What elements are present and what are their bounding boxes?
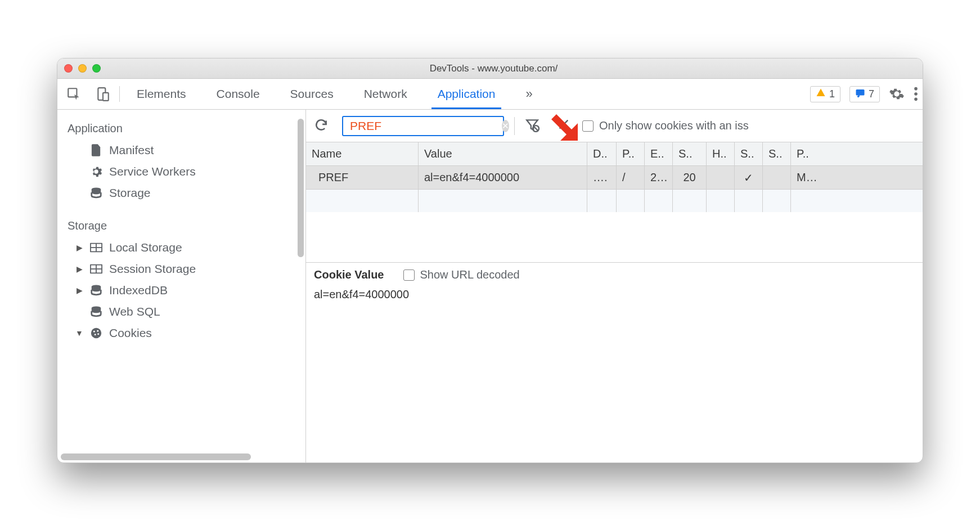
messages-count: 7 (869, 88, 874, 100)
more-tabs-icon[interactable]: » (520, 87, 538, 101)
svg-point-24 (97, 333, 99, 335)
database-icon (89, 306, 104, 318)
sidebar-item-label: Manifest (109, 143, 154, 157)
only-issues-label: Only show cookies with an iss (599, 119, 749, 132)
separator (119, 86, 120, 102)
col-value[interactable]: Value (419, 142, 587, 165)
sidebar-item-indexeddb[interactable]: ▶ IndexedDB (57, 280, 305, 301)
col-name[interactable]: Name (306, 142, 419, 165)
svg-point-4 (914, 87, 918, 91)
show-decoded-label: Show URL decoded (420, 268, 520, 281)
sidebar-item-label: Session Storage (109, 262, 196, 276)
disclosure-triangle-icon[interactable]: ▶ (75, 264, 83, 273)
database-icon (89, 284, 104, 297)
close-window-button[interactable] (64, 64, 73, 73)
cell-domain: …. (587, 166, 617, 189)
svg-point-23 (95, 334, 96, 335)
devtools-body: Application Manifest Service Workers (57, 110, 923, 462)
col-size[interactable]: S.. (673, 142, 707, 165)
disclosure-triangle-down-icon[interactable]: ▼ (75, 329, 83, 338)
cell-priority: M… (791, 166, 831, 189)
tab-elements[interactable]: Elements (131, 79, 192, 109)
svg-rect-11 (91, 248, 96, 251)
window-controls (64, 64, 101, 73)
kebab-menu-icon[interactable] (914, 86, 918, 102)
svg-rect-16 (91, 270, 96, 273)
devtools-toolbar: Elements Console Sources Network Applica… (57, 79, 923, 110)
table-icon (89, 264, 104, 274)
table-row-empty (306, 190, 923, 212)
tab-console[interactable]: Console (211, 79, 266, 109)
only-issues-checkbox[interactable]: Only show cookies with an iss (582, 119, 749, 132)
scrollbar-thumb[interactable] (61, 453, 251, 460)
devtools-window: DevTools - www.youtube.com/ Elements Con… (57, 58, 923, 463)
col-samesite[interactable]: S.. (763, 142, 791, 165)
gear-icon (89, 165, 104, 178)
checkbox-icon (582, 120, 594, 132)
cookie-detail-value: al=en&f4=4000000 (314, 288, 915, 301)
application-sidebar: Application Manifest Service Workers (57, 110, 306, 462)
detail-header: Cookie Value (314, 268, 384, 281)
svg-rect-2 (103, 93, 109, 101)
cookie-detail-pane: Cookie Value Show URL decoded al=en&f4=4… (306, 263, 923, 462)
sidebar-item-label: Cookies (109, 326, 152, 340)
messages-badge[interactable]: 7 (849, 86, 880, 102)
zoom-window-button[interactable] (92, 64, 101, 73)
reload-icon[interactable] (314, 118, 329, 134)
inspect-element-icon[interactable] (66, 87, 81, 101)
sidebar-group-storage: Storage (57, 204, 305, 237)
sidebar-item-label: Storage (109, 186, 151, 200)
sidebar-hscroll[interactable] (57, 451, 305, 462)
col-secure[interactable]: S.. (735, 142, 763, 165)
clear-filter-icon[interactable]: ✕ (502, 120, 509, 132)
svg-point-22 (97, 330, 98, 332)
tab-sources[interactable]: Sources (285, 79, 339, 109)
window-title: DevTools - www.youtube.com/ (101, 63, 887, 74)
sidebar-item-label: IndexedDB (109, 284, 168, 297)
show-decoded-checkbox[interactable]: Show URL decoded (403, 268, 520, 281)
tab-network[interactable]: Network (358, 79, 413, 109)
sidebar-item-service-workers[interactable]: Service Workers (57, 161, 305, 182)
sidebar-item-session-storage[interactable]: ▶ Session Storage (57, 258, 305, 280)
warnings-count: 1 (829, 88, 835, 100)
sidebar-item-manifest[interactable]: Manifest (57, 140, 305, 161)
clear-all-icon[interactable] (558, 117, 570, 134)
warnings-badge[interactable]: 1 (810, 86, 840, 102)
sidebar-item-cookies[interactable]: ▼ Cookies (57, 322, 305, 344)
cell-path: / (617, 166, 645, 189)
disclosure-triangle-icon[interactable]: ▶ (75, 243, 83, 252)
sidebar-scrollbar[interactable] (298, 119, 304, 257)
cookie-icon (89, 327, 104, 339)
col-priority[interactable]: P.. (791, 142, 831, 165)
table-row[interactable]: PREF al=en&f4=4000000 …. / 2… 20 ✓ M… (306, 166, 923, 190)
svg-point-21 (93, 331, 95, 333)
device-toggle-icon[interactable] (96, 86, 110, 102)
minimize-window-button[interactable] (78, 64, 87, 73)
sidebar-item-local-storage[interactable]: ▶ Local Storage (57, 237, 305, 258)
tab-application[interactable]: Application (432, 79, 501, 109)
col-domain[interactable]: D.. (587, 142, 617, 165)
cookies-table: Name Value D.. P.. E.. S.. H.. S.. S.. P… (306, 142, 923, 263)
filter-input-container: ✕ (342, 116, 504, 136)
settings-icon[interactable] (889, 86, 905, 102)
message-icon (855, 88, 865, 101)
svg-rect-14 (91, 266, 96, 269)
database-icon (89, 187, 104, 199)
sidebar-item-storage[interactable]: Storage (57, 182, 305, 204)
cell-size: 20 (673, 166, 707, 189)
svg-rect-10 (97, 244, 101, 248)
col-path[interactable]: P.. (617, 142, 645, 165)
col-httponly[interactable]: H.. (707, 142, 735, 165)
sidebar-group-application: Application (57, 115, 305, 140)
svg-rect-9 (91, 244, 96, 248)
clear-filtered-icon[interactable] (525, 118, 540, 134)
table-header: Name Value D.. P.. E.. S.. H.. S.. S.. P… (306, 142, 923, 166)
sidebar-item-web-sql[interactable]: Web SQL (57, 301, 305, 322)
separator (514, 117, 515, 135)
cookies-toolbar: ✕ Only show cookies with an iss (306, 110, 923, 142)
disclosure-triangle-icon[interactable]: ▶ (75, 286, 83, 295)
sidebar-item-label: Service Workers (109, 165, 196, 178)
warning-icon (816, 88, 826, 101)
filter-input[interactable] (349, 119, 498, 133)
col-expires[interactable]: E.. (645, 142, 673, 165)
